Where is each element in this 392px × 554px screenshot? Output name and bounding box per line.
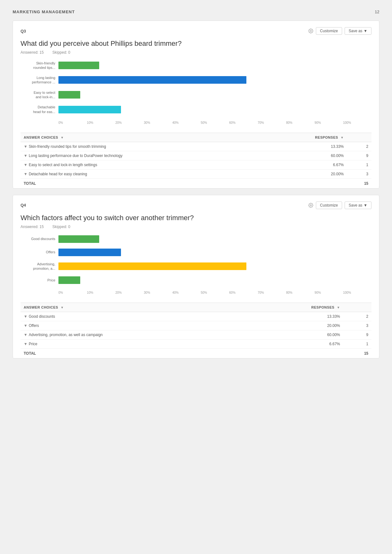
bar-track (58, 76, 371, 84)
col-responses-q4[interactable]: RESPONSES ▼ (249, 303, 343, 312)
question-card-q4: Q4 Customize Save as ▼ Which factors aff… (13, 195, 379, 358)
count-cell: 2 (347, 142, 371, 151)
x-tick: 60% (229, 121, 258, 124)
table-row: ▼Good discounts13.33%2 (21, 312, 371, 321)
answered-info-q4: Answered: 15 Skipped: 0 (21, 225, 371, 229)
x-tick: 90% (315, 121, 343, 124)
col-choices-q3[interactable]: ANSWER CHOICES ▼ (21, 133, 265, 142)
question-card-q3: Q3 Customize Save as ▼ What did you perc… (13, 21, 379, 189)
gear-icon-q3[interactable] (308, 28, 313, 33)
count-cell: 9 (347, 151, 371, 160)
choice-cell: ▼Offers (21, 321, 249, 330)
x-tick: 80% (286, 121, 315, 124)
x-tick: 90% (315, 291, 343, 294)
bar-label: Easy to select and lock-in... (21, 90, 58, 99)
bar-fill (58, 262, 246, 270)
chevron-down-icon-q4: ▼ (364, 203, 367, 208)
bar-label: Price (21, 278, 58, 282)
customize-button-q4[interactable]: Customize (316, 202, 342, 209)
pct-cell: 60.00% (249, 330, 343, 340)
table-row: ▼Detachable head for easy cleaning20.00%… (21, 169, 371, 178)
table-row: ▼Price6.67%1 (21, 340, 371, 349)
card-actions-q3: Customize Save as ▼ (308, 27, 371, 35)
chevron-down-icon: ▼ (364, 29, 367, 33)
x-tick: 40% (172, 121, 201, 124)
choice-cell: ▼Long lasting performance due to DuraPow… (21, 151, 265, 160)
card-actions-q4: Customize Save as ▼ (308, 202, 371, 209)
bar-fill (58, 62, 99, 69)
count-cell: 2 (343, 312, 371, 321)
x-axis: 0%10%20%30%40%50%60%70%80%90%100% (58, 120, 371, 128)
bar-track (58, 91, 371, 99)
answer-table-q3: ANSWER CHOICES ▼ RESPONSES ▼ ▼Skin-frien… (21, 133, 371, 188)
choice-cell: ▼Price (21, 340, 249, 349)
bar-label: Detachable head for eas... (21, 105, 58, 114)
bar-track (58, 262, 371, 270)
choice-arrow: ▼ (24, 314, 27, 319)
pct-cell: 6.67% (249, 340, 343, 349)
x-tick: 30% (144, 121, 172, 124)
customize-button-q3[interactable]: Customize (316, 27, 342, 35)
chart-q3: Skin-friendly rounded tips...Long lastin… (21, 61, 371, 131)
col-responses-q3[interactable]: RESPONSES ▼ (265, 133, 347, 142)
choice-arrow: ▼ (24, 172, 27, 176)
chart-bar-row: Skin-friendly rounded tips... (21, 61, 371, 70)
x-tick: 20% (115, 121, 144, 124)
count-cell: 1 (347, 160, 371, 169)
choice-cell: ▼Detachable head for easy cleaning (21, 169, 265, 178)
chart-bar-row: Good discounts (21, 235, 371, 243)
question-text-q3: What did you perceive about Phillips bea… (21, 39, 371, 48)
page-title: MARKETING MANAGEMENT (13, 9, 75, 14)
question-label-q4: Q4 (21, 203, 26, 208)
chart-bar-row: Offers (21, 249, 371, 256)
bar-label: Advertising, promotion, a... (21, 262, 58, 271)
gear-icon-q4[interactable] (308, 203, 313, 208)
page-number: 12 (375, 9, 379, 14)
bar-track (58, 235, 371, 243)
count-cell: 3 (343, 321, 371, 330)
x-tick: 80% (286, 291, 315, 294)
x-axis: 0%10%20%30%40%50%60%70%80%90%100% (58, 290, 371, 298)
chart-bar-row: Detachable head for eas... (21, 105, 371, 114)
bar-fill (58, 106, 121, 113)
responses-dropdown-arrow-q4: ▼ (337, 306, 340, 309)
question-label-q3: Q3 (21, 29, 26, 33)
chart-bar-row: Long lasting performance ... (21, 75, 371, 85)
col-count-q4 (343, 303, 371, 312)
choice-cell: ▼Good discounts (21, 312, 249, 321)
bar-fill (58, 276, 80, 284)
pct-cell: 60.00% (265, 151, 347, 160)
table-row: ▼Advertising, promotion, as well as camp… (21, 330, 371, 340)
choices-dropdown-arrow-q4: ▼ (61, 306, 64, 309)
choice-cell: ▼Skin-friendly rounded tips for smooth t… (21, 142, 265, 151)
count-cell: 9 (343, 330, 371, 340)
skipped-q3: Skipped: 0 (52, 50, 74, 55)
question-text-q4: Which factors affect you to switch over … (21, 214, 371, 223)
choice-arrow: ▼ (24, 154, 27, 158)
bar-track (58, 276, 371, 284)
choice-arrow: ▼ (24, 342, 27, 346)
save-button-q4[interactable]: Save as ▼ (345, 202, 371, 209)
bar-label: Skin-friendly rounded tips... (21, 61, 58, 70)
bar-track (58, 62, 371, 69)
x-tick: 50% (201, 121, 229, 124)
x-tick: 20% (115, 291, 144, 294)
bar-label: Offers (21, 250, 58, 254)
chart-bar-row: Price (21, 276, 371, 284)
x-tick: 40% (172, 291, 201, 294)
answer-table-q4: ANSWER CHOICES ▼ RESPONSES ▼ ▼Good disco… (21, 303, 371, 358)
svg-point-1 (310, 205, 311, 206)
pct-cell: 20.00% (249, 321, 343, 330)
x-tick: 0% (58, 291, 87, 294)
col-choices-q4[interactable]: ANSWER CHOICES ▼ (21, 303, 249, 312)
pct-cell: 20.00% (265, 169, 347, 178)
chart-bar-row: Easy to select and lock-in... (21, 90, 371, 99)
pct-cell: 13.33% (249, 312, 343, 321)
save-button-q3[interactable]: Save as ▼ (345, 27, 371, 35)
answered-info-q3: Answered: 15 Skipped: 0 (21, 50, 371, 55)
table-row: ▼Easy to select and lock-in length setti… (21, 160, 371, 169)
x-tick: 70% (258, 121, 286, 124)
choice-arrow: ▼ (24, 323, 27, 328)
card-header-q4: Q4 Customize Save as ▼ (21, 202, 371, 209)
bar-fill (58, 235, 99, 243)
